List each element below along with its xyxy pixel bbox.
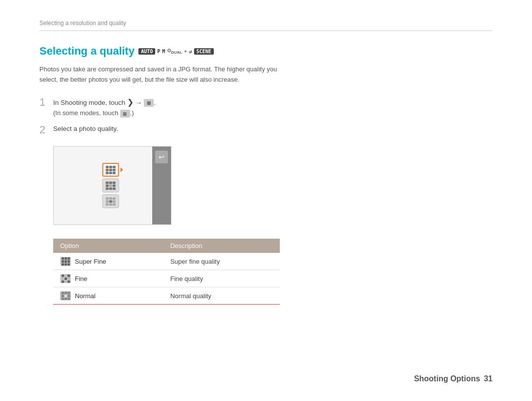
option-fine-cell: Fine (53, 270, 164, 287)
page-container: Selecting a resolution and quality Selec… (0, 0, 532, 401)
camera-preview-box: ↩ (53, 146, 171, 225)
quality-icons-list (102, 163, 119, 208)
step-1-text: In Shooting mode, touch ❯ → ▦. (In some … (53, 96, 156, 119)
mode-dual: ⊙DUAL (167, 48, 182, 55)
option-superfine: Super Fine (60, 257, 106, 266)
superfine-icon (60, 257, 71, 266)
table-row: Fine Fine quality (53, 270, 280, 287)
col-header-description: Description (164, 239, 280, 253)
quality-icon-normal (102, 194, 119, 208)
step-1: 1 In Shooting mode, touch ❯ → ▦. (In som… (39, 96, 493, 119)
table-row: Normal Normal quality (53, 287, 280, 305)
step-2-text: Select a photo quality. (53, 123, 118, 134)
superfine-grid (104, 164, 117, 176)
description-content: Photos you take are compressed and saved… (39, 65, 277, 83)
mode-badges: AUTO P M ⊙DUAL ☀ ↺ SCENE (138, 48, 214, 55)
badge-auto: AUTO (138, 48, 155, 55)
badge-scene: SCENE (194, 48, 214, 55)
footer-label: Shooting Options (414, 374, 480, 383)
table-row: Super Fine Super fine quality (53, 253, 280, 270)
option-superfine-cell: Super Fine (53, 253, 164, 270)
option-fine-label: Fine (75, 275, 87, 282)
description-fine: Fine quality (164, 270, 280, 287)
options-table: Option Description Super Fine Super fine… (53, 239, 280, 305)
table-header-row: Option Description (53, 239, 280, 253)
steps: 1 In Shooting mode, touch ❯ → ▦. (In som… (39, 96, 493, 137)
normal-icon (60, 291, 71, 300)
mode-s: ↺ (189, 49, 192, 54)
breadcrumb-text: Selecting a resolution and quality (39, 20, 126, 27)
fine-grid (104, 180, 117, 191)
option-fine: Fine (60, 274, 87, 283)
option-superfine-label: Super Fine (75, 258, 106, 265)
option-normal: Normal (60, 291, 96, 300)
step-2-content: Select a photo quality. (53, 125, 118, 132)
step-1-number: 1 (39, 96, 48, 109)
fine-icon (60, 274, 71, 283)
back-button[interactable]: ↩ (155, 151, 168, 163)
mode-c: ☀ (184, 49, 187, 54)
quality-icon-superfine (102, 163, 119, 177)
page-title: Selecting a quality (39, 45, 134, 58)
col-header-option: Option (53, 239, 164, 253)
camera-sidebar: ↩ (152, 147, 171, 224)
description-text: Photos you take are compressed and saved… (39, 64, 296, 85)
step-2-number: 2 (39, 123, 48, 136)
option-normal-label: Normal (75, 292, 96, 300)
mode-p: P (157, 49, 160, 54)
section-title: Selecting a quality AUTO P M ⊙DUAL ☀ ↺ S… (39, 45, 493, 58)
breadcrumb: Selecting a resolution and quality (39, 20, 493, 31)
description-normal: Normal quality (164, 287, 280, 305)
footer: Shooting Options 31 (412, 374, 493, 383)
step-2: 2 Select a photo quality. (39, 123, 493, 136)
footer-page: 31 (484, 374, 493, 383)
normal-grid (104, 196, 117, 207)
option-normal-cell: Normal (53, 287, 164, 304)
quality-icon-fine (102, 179, 119, 192)
mode-m: M (162, 49, 165, 54)
description-superfine: Super fine quality (164, 253, 280, 270)
